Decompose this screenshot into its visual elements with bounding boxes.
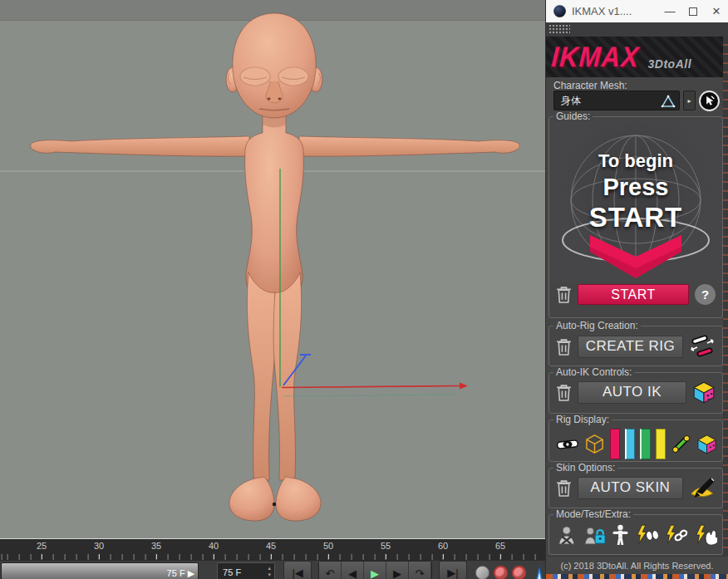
rig-display-groupbox: Rig Display: [548,414,723,462]
grip-dots-icon [548,24,570,35]
mode-test-extra-row [549,520,722,546]
go-to-end-button[interactable]: ▶| [439,561,467,579]
timeline-tick-label: 55 [381,541,391,551]
pivot-dot [273,503,276,506]
timeline-tick-label: 65 [495,541,505,551]
window-title: IKMAX v1.... [572,5,658,17]
go-to-start-button[interactable]: |◀ [283,561,312,579]
pick-cursor-icon [703,95,716,107]
character-x-icon[interactable] [556,524,578,546]
trash-icon [556,478,572,498]
app-window: 25 30 35 40 45 50 55 60 65 75 F ▶ 75 F ▲… [0,0,728,579]
delete-skin-button[interactable] [556,478,572,498]
mute-circle-button[interactable] [475,566,489,579]
auto-rig-row: CREATE RIG [549,331,722,359]
quick-eyes-icon[interactable] [636,524,658,546]
color-bar-cyan[interactable] [625,429,635,459]
frame-spinner[interactable]: ▲▼ [267,566,272,577]
skin-options-label: Skin Options: [553,462,617,474]
axis-gizmo[interactable] [280,169,468,396]
color-bar-yellow[interactable] [656,429,666,459]
start-button[interactable]: START [578,284,689,305]
skin-paint-icon[interactable] [689,476,716,499]
rollout-grip-strip[interactable] [546,22,728,37]
bone-icon[interactable] [671,433,691,455]
red-circle-button-2[interactable] [512,566,526,579]
ikmax-logo: IKMAX [550,41,640,73]
frame-number-field[interactable]: 75 F ▲▼ [217,562,275,579]
pen-icon[interactable] [534,565,545,579]
auto-skin-button[interactable]: AUTO SKIN [578,477,683,499]
track-frame-label: 75 F [167,568,185,578]
character-mesh-value: 身体 [561,94,581,108]
step-forward-button[interactable]: ↷ [409,562,431,579]
axis-teal-line [283,395,458,396]
playback-button-group: ↶ ◀ ▶ ▶ ↷ [318,561,432,579]
timeline-tick-label: 60 [438,541,448,551]
timeline-ticks [0,554,545,560]
character-mesh-model[interactable] [0,0,545,538]
promo-line-1: To begin [549,150,722,172]
timeline-tick-label: 25 [37,541,47,551]
track-arrow-icon: ▶ [188,568,194,579]
create-rig-button[interactable]: CREATE RIG [578,336,683,358]
delete-guides-button[interactable] [556,285,572,304]
panel-scroll-strip[interactable] [723,37,728,556]
skin-options-groupbox: Skin Options: AUTO SKIN [548,462,723,508]
mesh-flyout-button[interactable]: ▸ [683,91,696,110]
character-mesh-input[interactable]: 身体 [553,91,680,110]
character-lock-icon[interactable] [584,524,606,546]
bone-visibility-icon[interactable] [556,436,579,453]
maximize-button[interactable] [681,0,705,22]
step-back-button[interactable]: ↶ [319,562,342,579]
ikmax-logo-banner: IKMAX 3DtoAll [546,37,728,77]
next-frame-button[interactable]: ▶ [386,562,409,579]
panel-titlebar[interactable]: IKMAX v1.... — ✕ [546,0,728,22]
colored-cube-icon[interactable] [692,380,716,404]
auto-ik-row: AUTO IK [549,378,722,404]
3d-viewport[interactable] [0,0,545,538]
time-controls-bar: 75 F ▶ 75 F ▲▼ |◀ ↶ ◀ ▶ ▶ ↷ ▶| [0,561,545,579]
quick-link-icon[interactable] [665,524,687,546]
play-button[interactable]: ▶ [364,562,386,579]
timeline-ruler[interactable]: 25 30 35 40 45 50 55 60 65 [0,538,545,561]
auto-ik-label: Auto-IK Controls: [553,366,634,378]
promo-line-2: Press [549,174,722,201]
color-bar-green[interactable] [640,429,650,459]
color-bar-pink[interactable] [610,429,620,459]
down-arrow-icon [588,235,684,280]
extra-controls [475,563,545,579]
t-pose-icon[interactable] [612,523,629,546]
mode-test-extra-groupbox: Mode/Test/Extra: [548,508,723,555]
timeline-tick-label: 45 [266,541,276,551]
auto-ik-groupbox: Auto-IK Controls: AUTO IK [548,366,723,414]
colored-cube-icon[interactable] [696,433,717,455]
track-bar-slider[interactable]: 75 F ▶ [1,562,199,579]
auto-ik-button[interactable]: AUTO IK [578,381,686,404]
pick-object-button[interactable] [699,91,720,111]
frame-number-value: 75 F [223,567,241,577]
red-circle-button-1[interactable] [494,566,508,579]
guides-groupbox: Guides: To begin Press START [548,110,723,318]
wireframe-box-icon[interactable] [584,433,605,455]
auto-rig-label: Auto-Rig Creation: [553,320,641,331]
timeline-tick-label: 35 [151,541,161,551]
trash-icon [556,285,572,304]
help-button[interactable]: ? [695,284,716,305]
mirror-bones-icon[interactable] [689,334,716,359]
ikmax-panel: IKMAX v1.... — ✕ IKMAX 3DtoAll Character… [545,0,728,579]
delete-rig-button[interactable] [556,337,572,356]
mesh-triangle-icon [661,94,676,109]
3dtoall-logo: 3DtoAll [648,57,692,71]
character-mesh-label: Character Mesh: [553,80,627,91]
banner-sliver [546,574,728,579]
minimize-button[interactable]: — [658,0,681,22]
guides-promo-graphic: To begin Press START [549,122,722,282]
delete-ik-button[interactable] [556,383,572,402]
ikmax-app-icon [553,5,566,17]
axis-x-red [282,386,460,388]
quick-glove-icon[interactable] [695,524,717,546]
prev-frame-button[interactable]: ◀ [342,562,364,579]
close-button[interactable]: ✕ [705,0,728,22]
skin-options-row: AUTO SKIN [549,474,722,499]
